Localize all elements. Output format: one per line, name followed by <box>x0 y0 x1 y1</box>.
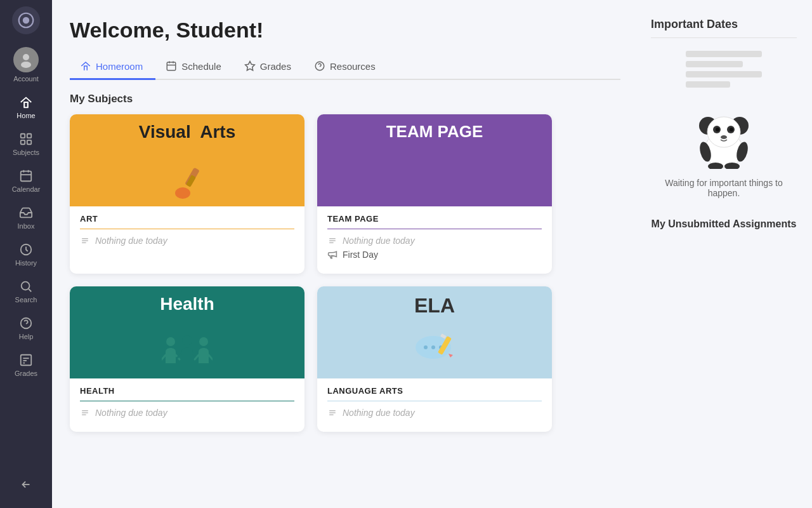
resources-icon <box>314 60 325 72</box>
svg-point-2 <box>23 54 29 60</box>
home-icon <box>19 95 33 109</box>
main-content: Welcome, Student! Homeroom Schedule Grad… <box>52 0 641 508</box>
inbox-icon <box>19 206 33 220</box>
tab-label: Homeroom <box>96 61 143 72</box>
announcement-icon <box>327 250 337 260</box>
subject-item-team-0: Nothing due today <box>327 236 542 246</box>
sidebar-item-home[interactable]: Home <box>0 90 52 124</box>
help-icon <box>19 316 33 330</box>
sidebar-item-label: Grades <box>15 370 37 377</box>
sidebar-item-label: Account <box>13 75 39 83</box>
subject-card-image-ela: ELA <box>317 286 552 378</box>
doc-line-2 <box>686 61 743 67</box>
home-tab-icon <box>80 60 91 72</box>
svg-point-3 <box>21 62 31 68</box>
sidebar-item-history[interactable]: History <box>0 237 52 272</box>
subject-card-body-health: HEALTH Nothing due today <box>70 378 304 432</box>
subject-label-art: ART <box>80 214 294 224</box>
subject-label-team: TEAM PAGE <box>327 214 542 224</box>
sidebar-item-account[interactable]: Account <box>0 42 52 88</box>
subjects-section-title: My Subjects <box>70 93 620 105</box>
svg-point-14 <box>22 282 30 290</box>
subject-divider-ela <box>327 401 542 401</box>
subjects-icon <box>19 132 33 146</box>
doc-lines <box>686 51 762 88</box>
subject-card-body-art: ART Nothing due today <box>70 206 304 260</box>
subject-image-title-health: Health <box>70 294 304 314</box>
subject-item-team-1: First Day <box>327 250 542 260</box>
doc-line-3 <box>686 71 762 77</box>
list-icon <box>80 408 90 418</box>
subject-card-body-ela: LANGUAGE ARTS Nothing due today <box>317 378 552 432</box>
important-dates-title: Important Dates <box>651 18 797 31</box>
svg-rect-23 <box>167 62 176 70</box>
tab-resources[interactable]: Resources <box>304 54 388 80</box>
sidebar-item-label: Home <box>16 112 35 119</box>
subject-divider-team <box>327 229 542 229</box>
subject-card-ela[interactable]: ELA <box>317 286 552 432</box>
subject-label-ela: LANGUAGE ARTS <box>327 386 542 396</box>
task-text: Nothing due today <box>343 408 415 418</box>
svg-point-42 <box>182 335 192 345</box>
unsubmitted-title: My Unsubmitted Assignments <box>651 218 797 230</box>
search-icon <box>19 279 33 293</box>
sidebar-item-help[interactable]: Help <box>0 311 52 345</box>
subject-item-health-0: Nothing due today <box>80 408 294 418</box>
schedule-icon <box>166 60 177 72</box>
tab-schedule[interactable]: Schedule <box>155 54 234 80</box>
subject-label-health: HEALTH <box>80 386 294 396</box>
svg-point-39 <box>166 337 175 346</box>
svg-point-1 <box>23 17 29 23</box>
sidebar-item-label: Subjects <box>13 149 39 156</box>
sidebar-item-grades[interactable]: Grades <box>0 348 52 382</box>
sidebar-item-label: Help <box>19 333 34 340</box>
sidebar-item-search[interactable]: Search <box>0 274 52 309</box>
tab-label: Schedule <box>181 61 221 72</box>
svg-rect-6 <box>27 134 31 138</box>
sidebar-item-label: Calendar <box>12 185 41 193</box>
tab-label: Resources <box>330 61 376 72</box>
svg-rect-4 <box>24 102 28 107</box>
sidebar-item-calendar[interactable]: Calendar <box>0 164 52 198</box>
list-icon <box>327 408 337 418</box>
subject-item-art-0: Nothing due today <box>80 236 294 246</box>
panda-svg <box>689 93 759 169</box>
grades-icon <box>19 353 33 367</box>
doc-line-4 <box>686 81 730 88</box>
subject-card-health[interactable]: Health <box>70 286 304 432</box>
svg-rect-7 <box>21 140 25 144</box>
svg-marker-27 <box>245 62 254 70</box>
app-logo[interactable] <box>12 6 40 34</box>
calendar-icon <box>19 169 33 183</box>
tab-label: Grades <box>260 61 291 72</box>
subject-card-body-team: TEAM PAGE Nothing due today First Day <box>317 206 552 274</box>
subjects-grid: Visual Arts ART Nothing du <box>70 114 552 432</box>
subject-divider-health <box>80 401 294 401</box>
svg-line-15 <box>29 289 31 291</box>
tab-grades[interactable]: Grades <box>234 54 304 80</box>
svg-point-45 <box>199 337 208 346</box>
subject-image-title-art: Visual Arts <box>70 122 304 142</box>
subject-card-team[interactable]: TEAM PAGE TEAM PAGE Nothing due today Fi… <box>317 114 552 274</box>
collapse-button[interactable] <box>11 470 41 502</box>
subject-item-ela-0: Nothing due today <box>327 408 542 418</box>
subject-card-art[interactable]: Visual Arts ART Nothing du <box>70 114 304 274</box>
svg-point-31 <box>175 187 190 199</box>
sidebar-item-inbox[interactable]: Inbox <box>0 201 52 235</box>
svg-point-72 <box>721 135 727 139</box>
svg-point-71 <box>730 128 733 131</box>
svg-point-70 <box>716 128 719 131</box>
ela-illustration <box>409 330 460 370</box>
svg-marker-57 <box>449 354 453 358</box>
svg-rect-8 <box>27 140 31 144</box>
list-icon <box>80 236 90 246</box>
page-title: Welcome, Student! <box>70 18 620 43</box>
sidebar-item-label: History <box>15 259 37 267</box>
avatar <box>13 47 39 72</box>
tab-homeroom[interactable]: Homeroom <box>70 54 155 80</box>
health-people-illustration <box>162 334 213 369</box>
sidebar-item-subjects[interactable]: Subjects <box>0 127 52 161</box>
collapse-icon <box>19 478 33 491</box>
sidebar-item-label: Inbox <box>18 222 35 230</box>
panda-illustration <box>651 51 797 169</box>
